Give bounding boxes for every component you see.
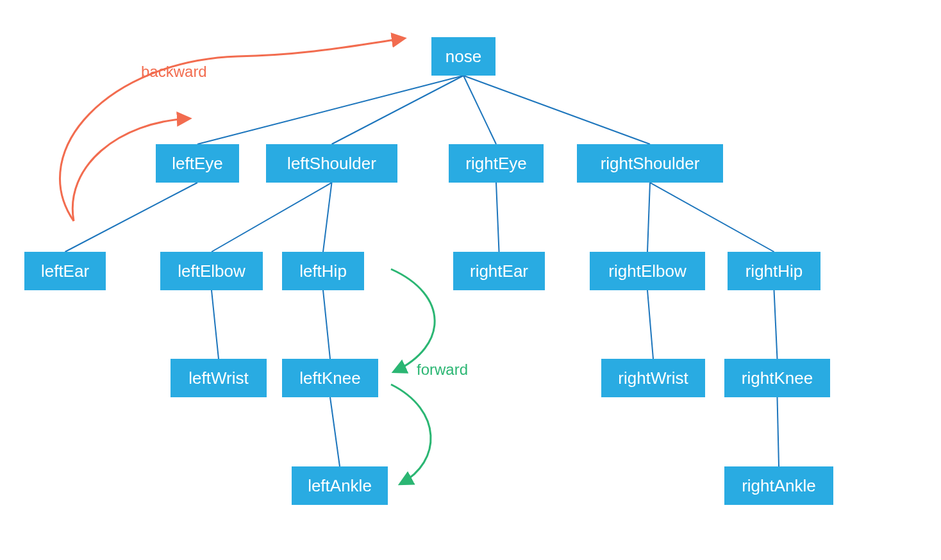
edge-rightKnee-rightAnkle: [778, 397, 779, 466]
node-label-leftEye: leftEye: [172, 154, 223, 173]
edge-leftHip-leftKnee: [323, 290, 330, 359]
node-rightAnkle: rightAnkle: [724, 466, 833, 505]
node-rightKnee: rightKnee: [724, 359, 830, 397]
forward-arrow-1: [391, 269, 435, 372]
node-leftEar: leftEar: [24, 252, 106, 290]
node-leftHip: leftHip: [282, 252, 364, 290]
node-leftShoulder: leftShoulder: [266, 144, 397, 183]
node-rightElbow: rightElbow: [590, 252, 705, 290]
edge-rightHip-rightKnee: [774, 290, 778, 359]
node-rightShoulder: rightShoulder: [577, 144, 723, 183]
node-leftElbow: leftElbow: [160, 252, 263, 290]
edge-nose-leftEye: [197, 76, 463, 144]
edge-rightEye-rightEar: [496, 183, 499, 252]
node-label-rightEar: rightEar: [470, 261, 528, 281]
node-label-leftKnee: leftKnee: [299, 368, 360, 388]
node-label-rightElbow: rightElbow: [608, 261, 687, 281]
nodes-layer: noseleftEyeleftShoulderrightEyerightShou…: [24, 37, 833, 505]
forward-label: forward: [417, 361, 468, 378]
edge-rightShoulder-rightElbow: [647, 183, 650, 252]
edge-nose-leftShoulder: [332, 76, 464, 144]
node-label-rightEye: rightEye: [465, 154, 526, 173]
node-rightEye: rightEye: [449, 144, 544, 183]
node-label-leftHip: leftHip: [299, 261, 347, 281]
node-leftAnkle: leftAnkle: [292, 466, 388, 505]
node-label-leftWrist: leftWrist: [188, 368, 249, 388]
edge-leftEye-leftEar: [65, 183, 198, 252]
node-label-leftShoulder: leftShoulder: [287, 154, 376, 173]
node-label-nose: nose: [446, 47, 481, 66]
backward-arrow-1: [60, 38, 404, 221]
edge-leftElbow-leftWrist: [212, 290, 219, 359]
diagram-canvas: backward forward noseleftEyeleftShoulder…: [0, 0, 941, 560]
node-leftEye: leftEye: [156, 144, 239, 183]
node-leftKnee: leftKnee: [282, 359, 378, 397]
node-label-rightHip: rightHip: [745, 261, 803, 281]
node-label-leftEar: leftEar: [41, 261, 89, 281]
node-rightHip: rightHip: [728, 252, 820, 290]
node-label-rightAnkle: rightAnkle: [742, 476, 816, 495]
edge-rightElbow-rightWrist: [647, 290, 653, 359]
node-leftWrist: leftWrist: [171, 359, 267, 397]
node-nose: nose: [431, 37, 495, 76]
node-label-rightWrist: rightWrist: [618, 368, 688, 388]
node-label-leftAnkle: leftAnkle: [308, 476, 372, 495]
edge-leftShoulder-leftHip: [323, 183, 332, 252]
backward-label: backward: [141, 63, 207, 80]
node-label-rightKnee: rightKnee: [742, 368, 813, 388]
edge-rightShoulder-rightHip: [650, 183, 774, 252]
edge-leftShoulder-leftElbow: [212, 183, 332, 252]
forward-arrow-2: [391, 384, 431, 484]
edge-leftKnee-leftAnkle: [330, 397, 340, 466]
node-rightWrist: rightWrist: [601, 359, 705, 397]
node-rightEar: rightEar: [453, 252, 545, 290]
node-label-rightShoulder: rightShoulder: [601, 154, 700, 173]
node-label-leftElbow: leftElbow: [178, 261, 246, 281]
